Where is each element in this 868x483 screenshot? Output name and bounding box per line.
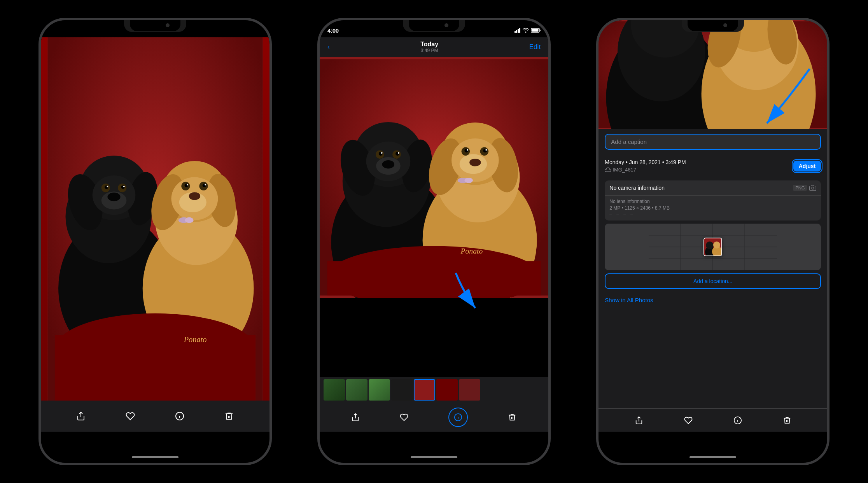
format-info: PNG [793,184,816,191]
info-button-3[interactable] [733,416,742,425]
phone3-bottom-toolbar [598,408,827,432]
delete-icon[interactable] [224,411,234,421]
svg-point-57 [381,152,383,154]
volume-down-button [38,168,40,199]
svg-point-106 [713,242,720,248]
svg-point-14 [123,186,125,187]
svg-point-29 [189,192,200,200]
svg-point-71 [467,149,468,150]
svg-point-27 [187,184,188,186]
dog-photo-svg-3 [598,20,827,129]
signal-icon [514,28,521,33]
notch-3 [688,20,738,31]
date-adjust-row: Monday • Jun 28, 2021 • 3:49 PM IMG_4617… [598,154,827,177]
volume-up-button [38,125,40,156]
power-button [270,129,272,176]
thumbnail-2[interactable] [346,379,368,401]
mute-button-3 [596,90,598,114]
camera-info-label: No camera information [609,185,665,191]
share-icon[interactable] [76,411,86,421]
svg-rect-40 [518,29,519,33]
delete-button-3[interactable] [783,416,791,425]
svg-point-58 [398,152,399,154]
battery-icon [531,28,541,33]
photo-bottom-panel [320,377,548,432]
camera-dot [166,23,170,27]
camera-dot-3 [723,23,727,27]
caption-input[interactable]: Add a caption [605,134,821,150]
dog-photo-svg-2: Ponato [320,57,548,298]
heart-icon[interactable] [126,411,135,421]
svg-point-73 [469,159,481,166]
svg-point-72 [485,149,487,150]
heart-button[interactable] [400,413,408,422]
nav-title-sub: 3:49 PM [420,48,438,53]
svg-point-31 [185,217,193,223]
info-icon[interactable] [175,411,184,421]
adjust-button[interactable]: Adjust [793,161,821,172]
phone-3-screen: Add a caption Monday • Jun 28, 2021 • 3:… [598,20,827,463]
delete-button[interactable] [508,413,516,422]
thumbnail-1[interactable] [324,379,345,401]
status-icons [514,28,541,33]
thumbnail-3[interactable] [369,379,390,401]
volume-up-button-2 [317,125,319,156]
map-photo-thumb [704,238,722,256]
svg-point-94 [812,187,814,189]
camera-dashes: – – – – [609,212,816,217]
svg-point-104 [706,242,714,249]
share-button-3[interactable] [635,416,643,425]
svg-text:Ponato: Ponato [460,247,483,255]
volume-down-button-2 [317,168,319,199]
thumbnail-6[interactable] [436,379,458,401]
heart-button-3[interactable] [684,416,693,425]
svg-rect-39 [516,30,517,33]
svg-point-59 [382,160,394,169]
camera-details: No lens information 2 MP • 1125 × 2436 •… [605,196,821,220]
svg-rect-43 [531,29,538,32]
power-button-2 [549,129,551,176]
power-button-3 [828,129,830,176]
photo-main: Ponato [320,57,548,298]
thumbnail-7[interactable] [459,379,480,401]
thumbnail-active[interactable] [414,379,435,401]
show-all-photos-link[interactable]: Show in All Photos [598,292,827,308]
nav-title: Today 3:49 PM [420,41,438,53]
volume-up-button-3 [596,125,598,156]
thumbnail-4[interactable] [391,379,413,401]
add-location-button[interactable]: Add a location... [605,273,821,289]
notch [130,20,180,31]
svg-text:Ponato: Ponato [183,335,206,344]
phone-1: Ponato [38,18,272,465]
svg-rect-77 [327,261,541,296]
dog-photo-svg: Ponato [41,37,270,432]
bottom-toolbar [320,402,548,432]
lens-info: No lens information [609,199,816,204]
svg-point-75 [464,178,473,183]
photo-view: Ponato [41,37,270,432]
svg-rect-38 [514,31,516,33]
svg-point-13 [107,186,108,187]
home-indicator-2 [411,456,457,458]
thumbnail-strip [320,377,548,402]
home-indicator [132,456,178,458]
photo-specs: 2 MP • 1125 × 2436 • 8.7 MB [609,205,816,211]
file-format-badge: PNG [793,185,807,191]
back-button[interactable]: ‹ [327,43,330,51]
nav-title-main: Today [420,41,438,48]
info-button-circled[interactable] [448,408,468,427]
thumb-svg [704,238,722,256]
date-info: Monday • Jun 28, 2021 • 3:49 PM IMG_4617 [605,159,686,173]
photo-cropped [598,20,827,129]
phone-2: 4:00 [317,18,551,465]
camera-dot-2 [444,23,448,27]
caption-placeholder: Add a caption [611,138,647,145]
edit-button[interactable]: Edit [529,43,541,51]
camera-icon [809,184,816,191]
wifi-icon [523,28,529,33]
share-button[interactable] [351,413,360,422]
info-panel: Add a caption Monday • Jun 28, 2021 • 3:… [598,129,827,432]
map-placeholder [605,224,821,270]
phone-2-screen: 4:00 [320,20,548,463]
svg-point-15 [107,192,120,201]
